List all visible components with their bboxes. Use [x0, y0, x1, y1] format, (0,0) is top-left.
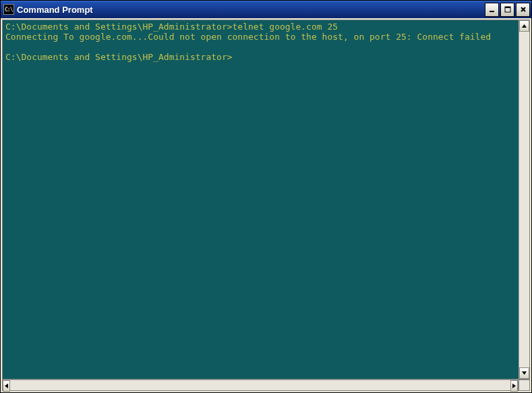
command-1: telnet google.com 25 [233, 22, 338, 32]
horizontal-scrollbar[interactable] [2, 380, 519, 391]
svg-rect-0 [490, 11, 494, 12]
horizontal-scroll-track[interactable] [10, 380, 510, 390]
scroll-up-button[interactable] [519, 20, 529, 32]
titlebar[interactable]: C:\ Command Prompt [1, 1, 531, 18]
scroll-left-button[interactable] [3, 380, 10, 392]
scrollbar-corner [519, 380, 530, 391]
vertical-scroll-track[interactable] [519, 32, 529, 367]
prompt-line-1: C:\Documents and Settings\HP_Administrat… [5, 22, 233, 32]
console-output[interactable]: C:\Documents and Settings\HP_Administrat… [2, 20, 519, 380]
vertical-scrollbar[interactable] [519, 20, 530, 380]
prompt-line-2: C:\Documents and Settings\HP_Administrat… [5, 52, 233, 62]
window-title: Command Prompt [17, 5, 485, 15]
close-button[interactable] [516, 3, 530, 17]
svg-rect-2 [505, 7, 510, 8]
client-area: C:\Documents and Settings\HP_Administrat… [1, 18, 531, 392]
window-controls [485, 3, 530, 17]
minimize-button[interactable] [485, 3, 499, 17]
scroll-down-button[interactable] [519, 367, 529, 379]
output-line-1: Connecting To google.com...Could not ope… [5, 32, 491, 42]
scroll-right-button[interactable] [510, 380, 518, 392]
cmd-icon: C:\ [3, 4, 14, 15]
command-prompt-window: C:\ Command Prompt C:\Documents and Sett… [0, 0, 532, 393]
maximize-button[interactable] [500, 3, 514, 17]
